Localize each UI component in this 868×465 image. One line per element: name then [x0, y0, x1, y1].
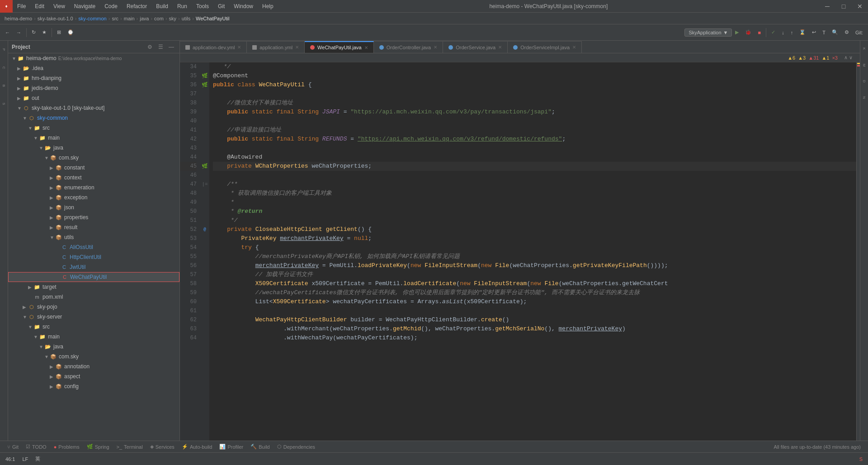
tree-pom[interactable]: ▶ m pom.xml [8, 292, 179, 302]
build-tab[interactable]: 🔨 Build [247, 441, 273, 452]
project-layout-btn[interactable]: ☰ [156, 42, 165, 52]
tree-server-main[interactable]: ▼ 📁 main [8, 332, 179, 342]
tree-config[interactable]: ▶ 📦 config [8, 381, 179, 391]
tree-server-src[interactable]: ▼ 📁 src [8, 322, 179, 332]
toolbar-back[interactable]: ← [2, 27, 13, 38]
close-button[interactable]: ✕ [852, 0, 868, 13]
toolbar-bookmark[interactable]: ★ [39, 27, 49, 38]
tab-orderservice[interactable]: OrderService.java ✕ [443, 41, 508, 53]
tree-context[interactable]: ▶ 📦 context [8, 173, 179, 183]
breadcrumb-skytakeout[interactable]: sky-take-out-1.0 [38, 16, 73, 21]
tree-utils[interactable]: ▼ 📦 utils [8, 232, 179, 242]
toolbar-refresh[interactable]: ↻ [29, 27, 38, 38]
menu-view[interactable]: View [49, 0, 70, 12]
error-count1[interactable]: ▲31 [808, 55, 819, 61]
run-config-selector[interactable]: SkyApplication ▼ [684, 28, 732, 37]
encoding-indicator[interactable]: LF [19, 453, 32, 465]
tree-httpclient[interactable]: ▶ C HttpClientUtil [8, 252, 179, 262]
toolbar-git-label[interactable]: Git: [853, 27, 866, 38]
warning-count3[interactable]: ▲1 [821, 55, 829, 61]
menu-file[interactable]: File [13, 0, 30, 12]
toolbar-recent[interactable]: ⌚ [65, 27, 76, 38]
tab-app[interactable]: application.yml ✕ [247, 41, 305, 53]
tree-annotation[interactable]: ▶ 📦 annotation [8, 362, 179, 371]
tree-main[interactable]: ▼ 📁 main [8, 133, 179, 143]
maven-icon[interactable]: M [860, 57, 868, 73]
tree-idea[interactable]: ▶ 📂 .idea [8, 63, 179, 73]
breadcrumb-com[interactable]: com [154, 16, 164, 21]
breadcrumb-utils[interactable]: utils [182, 16, 191, 21]
tab-orderservice-close[interactable]: ✕ [498, 45, 502, 50]
toolbar-git-revert[interactable]: ↩ [809, 27, 819, 38]
tree-src[interactable]: ▼ 📁 src [8, 123, 179, 133]
project-minimize-btn[interactable]: — [167, 42, 176, 52]
tree-enum[interactable]: ▶ 📦 enumeration [8, 183, 179, 193]
menu-code[interactable]: Code [100, 0, 122, 12]
services-tab[interactable]: ◈ Services [146, 441, 178, 452]
tab-orderserviceimpl-close[interactable]: ✕ [572, 45, 576, 50]
menu-help[interactable]: Help [258, 0, 278, 12]
nav-arrows[interactable]: ∧ ∨ [844, 55, 853, 61]
autobuild-tab[interactable]: ⚡ Auto-build [178, 441, 216, 452]
menu-edit[interactable]: Edit [30, 0, 49, 12]
tab-appdev-close[interactable]: ✕ [237, 45, 241, 50]
tab-app-close[interactable]: ✕ [295, 45, 299, 50]
tree-server-java[interactable]: ▼ 📂 java [8, 342, 179, 352]
tree-skytakeout[interactable]: ▼ ⬡ sky-take-out-1.0 [sky-take-out] [8, 103, 179, 113]
error-count2[interactable]: ×3 [832, 55, 838, 61]
toolbar-git-history[interactable]: ⌛ [797, 27, 808, 38]
menu-git[interactable]: Git [213, 0, 229, 12]
tree-aspect[interactable]: ▶ 📦 aspect [8, 371, 179, 381]
todo-tab[interactable]: ☑ TODO [22, 441, 50, 452]
tab-wechat[interactable]: WeChatPayUtil.java ✕ [305, 41, 374, 53]
tree-skypojo[interactable]: ▶ ⬡ sky-pojo [8, 302, 179, 312]
tab-wechat-close[interactable]: ✕ [364, 45, 368, 50]
key-icon[interactable]: K [860, 41, 868, 57]
git-tab[interactable]: ⑂ Git [4, 441, 22, 452]
tree-properties[interactable]: ▶ 📦 properties [8, 212, 179, 222]
spring-tab[interactable]: 🌿 Spring [83, 441, 113, 452]
tree-exception[interactable]: ▶ 📦 exception [8, 193, 179, 202]
sougou-icon[interactable]: S [856, 453, 866, 465]
breadcrumb-heima[interactable]: heima-demo [5, 16, 32, 21]
database-icon[interactable]: D [860, 73, 868, 89]
toolbar-settings[interactable]: ⚙ [842, 27, 852, 38]
tree-out[interactable]: ▶ 📁 out [8, 93, 179, 103]
tab-appdev[interactable]: application-dev.yml ✕ [180, 41, 247, 53]
code-lines[interactable]: */ @Component public class WeChatPayUtil… [209, 62, 856, 441]
tree-server-comsky[interactable]: ▼ 📦 com.sky [8, 352, 179, 362]
menu-run[interactable]: Run [173, 0, 192, 12]
tree-alioss[interactable]: ▶ C AliOssUtil [8, 242, 179, 252]
toolbar-run[interactable]: ▶ [732, 27, 741, 38]
breadcrumb-main[interactable]: main [124, 16, 135, 21]
profiler-tab[interactable]: 📊 Profiler [216, 441, 247, 452]
warning-count1[interactable]: ▲6 [788, 55, 795, 61]
tree-skycommon[interactable]: ▼ ⬡ sky-common [8, 113, 179, 123]
toolbar-search[interactable]: 🔍 [829, 27, 841, 38]
tree-wechat[interactable]: ▶ C WeChatPayUtil [8, 272, 179, 282]
tab-ordercontroller[interactable]: OrderController.java ✕ [374, 41, 443, 53]
tree-json[interactable]: ▶ 📦 json [8, 202, 179, 212]
position-indicator[interactable]: 46:1 [2, 453, 19, 465]
commit-icon[interactable]: C [0, 59, 8, 77]
toolbar-forward[interactable]: → [14, 27, 24, 38]
tree-result[interactable]: ▶ 📦 result [8, 222, 179, 232]
toolbar-git-update[interactable]: ↓ [779, 27, 787, 38]
menu-build[interactable]: Build [151, 0, 173, 12]
toolbar-structure[interactable]: ⊞ [54, 27, 64, 38]
problems-tab[interactable]: ● Problems [50, 441, 83, 452]
menu-tools[interactable]: Tools [192, 0, 213, 12]
lang-indicator[interactable]: 英 [32, 453, 44, 465]
breadcrumb-src[interactable]: src [112, 16, 118, 21]
tree-root[interactable]: ▼ 📁 heima-demo E:\idea-workspace\heima-d… [8, 53, 179, 63]
tree-skyserver[interactable]: ▼ ⬡ sky-server [8, 312, 179, 322]
breadcrumb-sky[interactable]: sky [169, 16, 177, 21]
tree-comsky[interactable]: ▼ 📦 com.sky [8, 153, 179, 163]
toolbar-translate[interactable]: T [820, 27, 828, 38]
menu-refactor[interactable]: Refactor [122, 0, 151, 12]
project-settings-btn[interactable]: ⚙ [145, 42, 154, 52]
terminal-tab[interactable]: >_ Terminal [113, 441, 146, 452]
breadcrumb-file[interactable]: WeChatPayUtil [196, 16, 229, 21]
tree-java[interactable]: ▼ 📂 java [8, 143, 179, 153]
minimize-button[interactable]: ─ [819, 0, 835, 13]
